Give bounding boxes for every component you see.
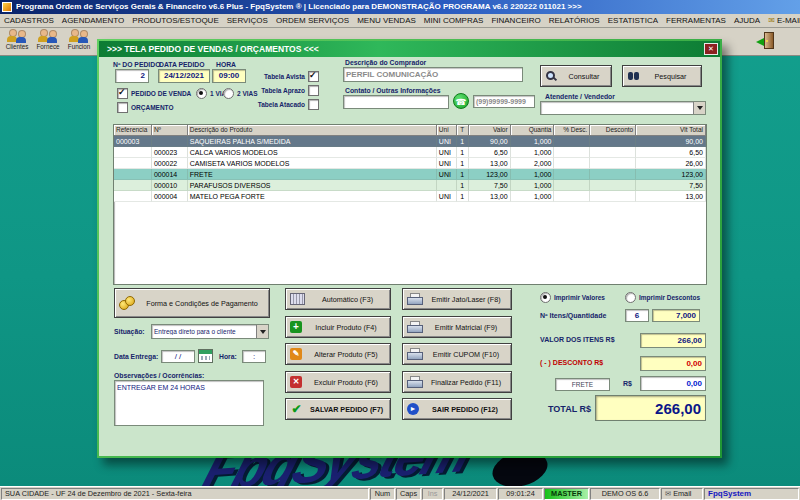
column-header[interactable]: Uni	[437, 125, 457, 136]
menu-item-relat-rios[interactable]: RELATÓRIOS	[545, 14, 604, 28]
table-row[interactable]: 000022CAMISETA VARIOS MODELOSUNI113,002,…	[114, 158, 706, 169]
status-num: Num	[370, 488, 395, 500]
data-pedido-field[interactable]: 24/12/2021	[158, 69, 210, 83]
desconto-label: ( - ) DESCONTO R$	[540, 359, 603, 366]
status-brand: FpqSystem	[704, 488, 799, 500]
column-header[interactable]: Desconto	[590, 125, 636, 136]
window-close-button[interactable]: ✕	[704, 43, 718, 55]
via2-radio[interactable]	[223, 88, 234, 99]
salvar-label: SALVAR PEDIDO (F7)	[307, 405, 386, 414]
num-pedido-field[interactable]: 2	[115, 69, 149, 83]
phone-input[interactable]: (99)99999-9999	[473, 95, 535, 108]
chevron-down-icon[interactable]	[256, 325, 268, 338]
table-cell: 000014	[152, 169, 188, 180]
table-cell: 2,000	[511, 158, 555, 169]
chevron-down-icon[interactable]	[693, 102, 705, 114]
via1-radio[interactable]	[196, 88, 207, 99]
table-row[interactable]: 000004MATELO PEGA FORTEUNI113,001,00013,…	[114, 191, 706, 202]
imprimir-descontos-radio[interactable]	[625, 292, 636, 303]
excluir-produto-button[interactable]: ✕ Excluir Produto (F6)	[285, 371, 391, 393]
menu-item-estatistica[interactable]: ESTATISTICA	[604, 14, 662, 28]
menu-item-ajuda[interactable]: AJUDA	[730, 14, 764, 28]
menu-item-produtos-estoque[interactable]: PRODUTOS/ESTOQUE	[128, 14, 222, 28]
table-cell: UNI	[437, 147, 457, 158]
menu-item-ordem-servi-os[interactable]: ORDEM SERVIÇOS	[272, 14, 353, 28]
emitir-cupom-button[interactable]: Emitir CUPOM (F10)	[402, 343, 512, 365]
imprimir-valores-radio[interactable]	[540, 292, 551, 303]
frete-field[interactable]: 0,00	[640, 376, 706, 391]
entrega-date-field[interactable]: / /	[161, 350, 195, 363]
toolbar-item-fornece[interactable]: Fornece	[33, 28, 63, 55]
pesquisar-button[interactable]: Pesquisar	[622, 65, 702, 87]
table-row[interactable]: 000014FRETEUNI1123,001,000123,00	[114, 169, 706, 180]
table-cell: UNI	[437, 169, 457, 180]
toolbar-item-funcion[interactable]: Funcion	[64, 28, 94, 55]
toolbar-item-clientes[interactable]: Clientes	[2, 28, 32, 55]
menu-item-e-mail[interactable]: ✉E-MAIL	[764, 14, 800, 28]
entrega-hora-field[interactable]: :	[242, 350, 266, 363]
automatico-label: Automático (F3)	[309, 295, 386, 304]
column-header[interactable]: Referencia	[114, 125, 152, 136]
table-cell	[554, 180, 590, 191]
incluir-produto-button[interactable]: + Incluir Produto (F4)	[285, 316, 391, 338]
alterar-produto-button[interactable]: ✎ Alterar Produto (F5)	[285, 343, 391, 365]
column-header[interactable]: Descrição do Produto	[188, 125, 437, 136]
keyboard-icon	[290, 293, 305, 305]
salvar-pedido-button[interactable]: ✔ SALVAR PEDIDO (F7)	[285, 398, 391, 420]
whatsapp-icon[interactable]: ☎	[453, 93, 469, 109]
automatico-button[interactable]: Automático (F3)	[285, 288, 391, 310]
column-header[interactable]: Quantia	[511, 125, 555, 136]
emitir-jato-button[interactable]: Emitir Jato/Laser (F8)	[402, 288, 512, 310]
table-row[interactable]: 000023CALCA VARIOS MODELOSUNI16,501,0006…	[114, 147, 706, 158]
sair-pedido-button[interactable]: ► SAIR PEDIDO (F12)	[402, 398, 512, 420]
emitir-matricial-button[interactable]: Emitir Matricial (F9)	[402, 316, 512, 338]
payment-button[interactable]: Forma e Condições de Pagamento	[114, 288, 270, 318]
table-cell: 123,00	[636, 169, 706, 180]
table-row[interactable]: 000010PARAFUSOS DIVERSOS17,501,0007,50	[114, 180, 706, 191]
calendar-icon[interactable]	[198, 349, 213, 363]
tabela-avista-label: Tabela Avista	[264, 73, 305, 80]
titlebar-text: Programa Ordem de Serviços Gerais & Fina…	[16, 2, 582, 11]
menu-item-servi-os[interactable]: SERVIÇOS	[223, 14, 272, 28]
table-cell: UNI	[437, 158, 457, 169]
add-icon: +	[290, 321, 302, 333]
menu-item-label: E-MAIL	[777, 16, 800, 25]
table-row[interactable]: 000003SAQUEIRAS PALHA S/MEDIDAUNI190,001…	[114, 136, 706, 147]
valor-itens-label: VALOR DOS ITENS R$	[540, 336, 615, 343]
orcamento-checkbox[interactable]	[117, 102, 128, 113]
menu-item-agendamento[interactable]: AGENDAMENTO	[58, 14, 129, 28]
alterar-label: Alterar Produto (F5)	[306, 350, 386, 359]
itens-label: Nº Itens/Quantidade	[540, 312, 606, 319]
comprador-label: Descrição do Comprador	[345, 59, 426, 66]
observacoes-textarea[interactable]: ENTREGAR EM 24 HORAS	[114, 380, 264, 426]
contato-input[interactable]	[343, 95, 449, 109]
menu-item-financeiro[interactable]: FINANCEIRO	[487, 14, 544, 28]
tabela-avista-checkbox[interactable]	[308, 71, 319, 82]
exit-button[interactable]	[750, 29, 784, 55]
column-header[interactable]: T	[457, 125, 469, 136]
frete-label-field[interactable]: FRETE	[555, 378, 610, 391]
menu-item-cadastros[interactable]: CADASTROS	[0, 14, 58, 28]
people-icon	[37, 29, 59, 43]
status-email[interactable]: ✉Email	[661, 488, 703, 500]
column-header[interactable]: Nº	[152, 125, 188, 136]
tabela-aprazo-checkbox[interactable]	[308, 85, 319, 96]
menu-item-ferramentas[interactable]: FERRAMENTAS	[662, 14, 730, 28]
observacoes-label: Observações / Ocorrências:	[114, 372, 204, 379]
menu-item-menu-vendas[interactable]: MENU VENDAS	[353, 14, 420, 28]
hora-pedido-field[interactable]: 09:00	[212, 69, 246, 83]
excluir-label: Excluir Produto (F6)	[306, 378, 386, 387]
comprador-input[interactable]: PERFIL COMUNICAÇÃO	[343, 67, 523, 82]
consultar-button[interactable]: Consultar	[540, 65, 612, 87]
toolbar-item-label: Clientes	[2, 43, 32, 50]
atendente-select[interactable]	[540, 101, 706, 115]
column-header[interactable]: Valor	[469, 125, 511, 136]
column-header[interactable]: Vlt Total	[636, 125, 706, 136]
tabela-atacado-checkbox[interactable]	[308, 99, 319, 110]
menu-item-mini-compras[interactable]: MINI COMPRAS	[420, 14, 488, 28]
situacao-select[interactable]: Entrega direto para o cliente	[151, 324, 269, 339]
finalizar-pedido-button[interactable]: Finalizar Pedido (F11)	[402, 371, 512, 393]
column-header[interactable]: % Desc.	[554, 125, 590, 136]
table-cell: CALCA VARIOS MODELOS	[188, 147, 437, 158]
pedido-venda-checkbox[interactable]	[117, 88, 128, 99]
